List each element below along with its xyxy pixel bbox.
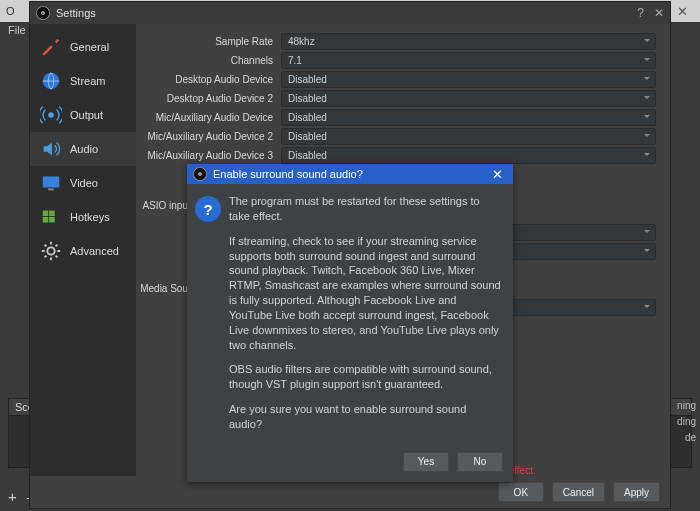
keyboard-icon [40,206,62,228]
sidebar-item-video[interactable]: Video [30,166,136,200]
combo-dad2[interactable]: Disabled [281,90,656,107]
settings-title: Settings [56,7,96,19]
sidebar-item-output[interactable]: Output [30,98,136,132]
apply-button[interactable]: Apply [613,482,660,502]
combo-sample-rate[interactable]: 48khz [281,33,656,50]
obs-icon [36,6,50,20]
no-button[interactable]: No [457,452,503,472]
sidebar-item-general[interactable]: General [30,30,136,64]
sidebar-item-advanced[interactable]: Advanced [30,234,136,268]
svg-rect-3 [48,189,54,191]
label-dad: Desktop Audio Device [136,74,281,85]
main-close-icon[interactable]: ✕ [671,4,694,19]
sidebar-item-audio[interactable]: Audio [30,132,136,166]
combo-mad[interactable]: Disabled [281,109,656,126]
combo-mad3[interactable]: Disabled [281,147,656,164]
speaker-icon [40,138,62,160]
gear-icon [40,240,62,262]
obs-icon [193,167,207,181]
dialog-close-icon[interactable]: ✕ [488,167,507,182]
label-channels: Channels [136,55,281,66]
svg-point-1 [48,112,54,118]
sidebar-item-stream[interactable]: Stream [30,64,136,98]
label-mad3: Mic/Auxiliary Audio Device 3 [136,150,281,161]
combo-channels[interactable]: 7.1 [281,52,656,69]
broadcast-icon [40,104,62,126]
dialog-titlebar: Enable surround sound audio? ✕ [187,164,513,184]
label-mad: Mic/Auxiliary Audio Device [136,112,281,123]
close-button[interactable]: ✕ [654,6,664,20]
label-dad2: Desktop Audio Device 2 [136,93,281,104]
svg-rect-5 [49,211,55,217]
svg-rect-4 [43,211,49,217]
settings-sidebar: General Stream Output Audio Video Hotkey… [30,24,136,476]
label-mad2: Mic/Auxiliary Audio Device 2 [136,131,281,142]
help-button[interactable]: ? [637,6,644,20]
surround-dialog: Enable surround sound audio? ✕ ? The pro… [187,164,513,482]
cancel-button[interactable]: Cancel [552,482,605,502]
monitor-icon [40,172,62,194]
wrench-icon [40,36,62,58]
dialog-title: Enable surround sound audio? [213,168,363,180]
ok-button[interactable]: OK [498,482,544,502]
svg-rect-7 [49,217,55,223]
svg-point-8 [47,247,54,254]
label-sample-rate: Sample Rate [136,36,281,47]
settings-titlebar: Settings ? ✕ [30,2,670,24]
dialog-text: The program must be restarted for these … [229,194,501,442]
combo-dad[interactable]: Disabled [281,71,656,88]
svg-rect-2 [43,177,60,188]
add-scene-button[interactable]: + [8,488,17,505]
globe-icon [40,70,62,92]
combo-mad2[interactable]: Disabled [281,128,656,145]
yes-button[interactable]: Yes [403,452,449,472]
main-title: O [6,5,15,17]
question-icon: ? [195,196,221,222]
svg-rect-6 [43,217,49,223]
sidebar-item-hotkeys[interactable]: Hotkeys [30,200,136,234]
